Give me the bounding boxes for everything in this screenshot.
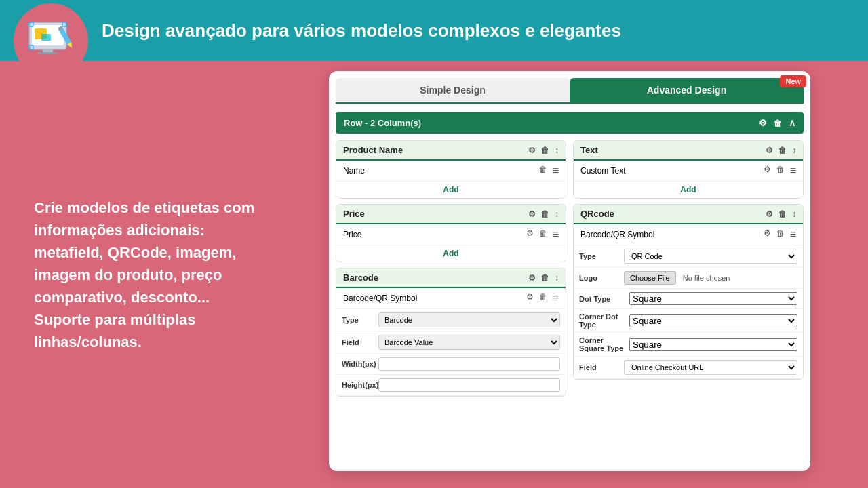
barcode-header: Barcode — [336, 268, 566, 288]
tab-advanced[interactable]: Advanced Design — [570, 78, 804, 102]
text-add-link[interactable]: Add — [574, 182, 803, 198]
row-collapse-icon[interactable] — [789, 117, 795, 128]
qr-type-select[interactable]: QR Code — [624, 249, 797, 264]
price-gear-icon[interactable] — [528, 209, 536, 219]
barcode-symbol-row: Barcode/QR Symbol — [336, 288, 566, 309]
qr-field-select[interactable]: Online Checkout URL — [624, 360, 797, 375]
pn-arrows-icon[interactable] — [555, 146, 559, 155]
product-name-add-link[interactable]: Add — [336, 182, 566, 198]
barcode-type-row: Type Barcode — [336, 309, 566, 331]
price-arrows-icon[interactable] — [555, 209, 559, 219]
text-block: Text Custom Text — [573, 140, 804, 199]
qr-arrows-icon[interactable] — [792, 209, 796, 219]
pn-gear-icon[interactable] — [528, 146, 536, 155]
qr-type-row: Type QR Code — [574, 245, 803, 268]
tab-simple[interactable]: Simple Design — [336, 78, 570, 102]
qr-gear-icon[interactable] — [766, 209, 773, 219]
barcode-arrows-icon[interactable] — [555, 273, 559, 283]
qr-dot-type-select[interactable]: Square — [629, 292, 797, 305]
top-banner: Design avançado para vários modelos comp… — [0, 0, 868, 61]
price-row-label: Price — [343, 230, 361, 239]
barcode-header-icons — [528, 273, 559, 283]
bcode-row-trash-icon[interactable] — [539, 292, 547, 304]
qr-dot-type-label: Dot Type — [579, 295, 627, 303]
right-column: Text Custom Text — [573, 140, 804, 396]
price-row-menu-icon[interactable] — [553, 228, 559, 241]
qr-corner-square-type-select[interactable]: Square — [629, 338, 797, 351]
text-arrows-icon[interactable] — [792, 146, 796, 155]
qr-corner-dot-type-select[interactable]: Square — [629, 314, 797, 327]
barcode-width-input[interactable] — [378, 357, 560, 371]
barcode-width-row: Width(px) — [336, 354, 566, 375]
row-header-icons — [759, 117, 795, 128]
bcode-row-gear-icon[interactable] — [526, 292, 534, 304]
barcode-height-label: Height(px) — [342, 381, 376, 389]
qr-trash-icon[interactable] — [778, 209, 787, 219]
ct-row-trash-icon[interactable] — [776, 165, 785, 177]
qrcode-header: QRcode — [574, 205, 803, 224]
banner-icon — [14, 3, 88, 78]
product-name-row: Name — [336, 161, 566, 182]
two-columns: Product Name Name — [336, 140, 804, 396]
choose-file-button[interactable]: Choose File — [624, 271, 676, 285]
text-gear-icon[interactable] — [766, 146, 773, 155]
barcode-type-label: Type — [342, 316, 376, 324]
qrcode-form: Type QR Code Logo Choose File No file ch… — [574, 245, 803, 379]
barcode-symbol-row-icons — [526, 292, 559, 304]
barcode-field-label: Field — [342, 338, 376, 346]
qrcode-header-icons — [766, 209, 796, 219]
barcode-trash-icon[interactable] — [541, 273, 549, 283]
bcode-row-menu-icon[interactable] — [553, 292, 559, 304]
barcode-form: Type Barcode Field Barcode Value — [336, 309, 566, 396]
price-header-icons — [528, 209, 559, 219]
price-row: Price — [336, 224, 566, 245]
price-row-gear-icon[interactable] — [526, 228, 534, 241]
text-title: Text — [580, 145, 598, 155]
qr-logo-label: Logo — [579, 274, 620, 282]
qr-row-menu-icon[interactable] — [790, 228, 796, 241]
price-trash-icon[interactable] — [541, 209, 549, 219]
pn-trash-icon[interactable] — [541, 146, 549, 155]
price-block: Price Price — [336, 204, 566, 262]
banner-title: Design avançado para vários modelos comp… — [102, 20, 621, 41]
barcode-height-input[interactable] — [378, 378, 560, 392]
qr-symbol-row: Barcode/QR Symbol — [574, 224, 803, 245]
barcode-type-select[interactable]: Barcode — [378, 312, 560, 327]
card-container: New Simple Design Advanced Design Row - … — [285, 61, 868, 488]
barcode-block: Barcode Barcode/QR Symbol — [336, 268, 566, 396]
qr-symbol-label: Barcode/QR Symbol — [580, 230, 654, 239]
qr-row-trash-icon[interactable] — [776, 228, 785, 241]
barcode-field-row: Field Barcode Value — [336, 331, 566, 354]
pn-row-menu-icon[interactable] — [553, 165, 559, 177]
qrcode-block: QRcode Barcode/QR Symbol — [573, 204, 804, 380]
product-name-header-icons — [528, 146, 559, 155]
ct-row-menu-icon[interactable] — [790, 165, 796, 177]
barcode-width-label: Width(px) — [342, 360, 376, 368]
barcode-title: Barcode — [343, 272, 378, 283]
price-add-link[interactable]: Add — [336, 245, 566, 262]
ct-row-gear-icon[interactable] — [764, 165, 771, 177]
text-trash-icon[interactable] — [778, 146, 787, 155]
qr-row-gear-icon[interactable] — [764, 228, 771, 241]
left-panel: Crie modelos de etiquetas com informaçõe… — [0, 61, 285, 488]
qr-logo-row: Logo Choose File No file chosen — [574, 268, 803, 289]
text-header: Text — [574, 141, 803, 161]
new-badge: New — [780, 75, 806, 87]
barcode-gear-icon[interactable] — [528, 273, 536, 283]
no-file-text: No file chosen — [683, 274, 730, 282]
design-card: New Simple Design Advanced Design Row - … — [329, 71, 810, 471]
text-header-icons — [766, 146, 796, 155]
main-content: Crie modelos de etiquetas com informaçõe… — [0, 61, 868, 488]
price-header: Price — [336, 205, 566, 224]
barcode-symbol-label: Barcode/QR Symbol — [343, 293, 417, 303]
product-name-title: Product Name — [343, 145, 403, 155]
barcode-field-select[interactable]: Barcode Value — [378, 335, 560, 350]
pn-row-trash-icon[interactable] — [539, 165, 547, 177]
row-trash-icon[interactable] — [774, 118, 782, 128]
left-panel-text: Crie modelos de etiquetas com informaçõe… — [34, 197, 264, 353]
custom-text-row: Custom Text — [574, 161, 803, 182]
price-row-trash-icon[interactable] — [539, 228, 547, 241]
svg-rect-5 — [41, 34, 51, 41]
row-gear-icon[interactable] — [759, 118, 767, 128]
row-header: Row - 2 Column(s) — [336, 112, 804, 134]
